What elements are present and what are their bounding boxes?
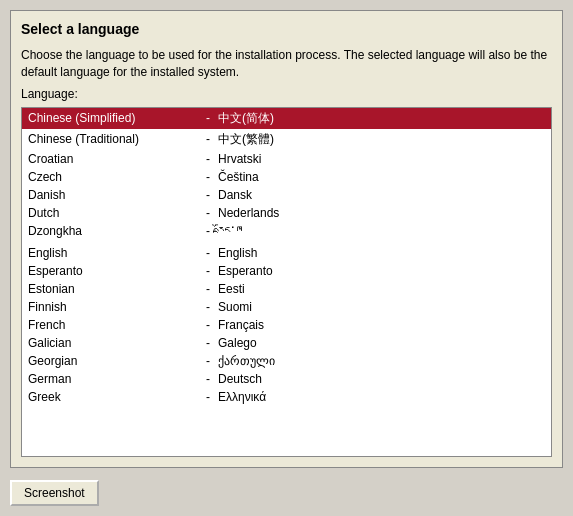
lang-name: Estonian [28, 282, 198, 296]
lang-name: Esperanto [28, 264, 198, 278]
language-row[interactable]: Georgian-ქართული [22, 352, 551, 370]
language-row[interactable]: Estonian-Eesti [22, 280, 551, 298]
lang-native-name: Hrvatski [218, 152, 261, 166]
lang-separator: - [198, 282, 218, 296]
lang-native-name: རྫོང་ཁ [218, 224, 242, 238]
language-row[interactable]: Croatian-Hrvatski [22, 150, 551, 168]
language-row[interactable]: Czech-Čeština [22, 168, 551, 186]
lang-separator: - [198, 246, 218, 260]
lang-separator: - [198, 354, 218, 368]
lang-separator: - [198, 111, 218, 125]
language-row[interactable]: Galician-Galego [22, 334, 551, 352]
lang-native-name: Nederlands [218, 206, 279, 220]
lang-separator: - [198, 170, 218, 184]
lang-native-name: Dansk [218, 188, 252, 202]
screenshot-button[interactable]: Screenshot [10, 480, 99, 506]
language-dialog: Select a language Choose the language to… [10, 10, 563, 468]
lang-native-name: Deutsch [218, 372, 262, 386]
lang-separator: - [198, 224, 218, 238]
language-row[interactable]: French-Français [22, 316, 551, 334]
language-list-container: Chinese (Simplified)-中文(简体)Chinese (Trad… [21, 107, 552, 457]
lang-name: Chinese (Simplified) [28, 111, 198, 125]
lang-separator: - [198, 152, 218, 166]
lang-name: Greek [28, 390, 198, 404]
lang-native-name: Eesti [218, 282, 245, 296]
lang-separator: - [198, 188, 218, 202]
lang-separator: - [198, 372, 218, 386]
lang-native-name: Ελληνικά [218, 390, 266, 404]
language-row[interactable]: Finnish-Suomi [22, 298, 551, 316]
lang-native-name: ქართული [218, 354, 275, 368]
lang-separator: - [198, 390, 218, 404]
lang-native-name: 中文(简体) [218, 110, 274, 127]
lang-name: Chinese (Traditional) [28, 132, 198, 146]
lang-name: Dzongkha [28, 224, 198, 238]
dialog-description: Choose the language to be used for the i… [21, 47, 552, 81]
language-list[interactable]: Chinese (Simplified)-中文(简体)Chinese (Trad… [22, 108, 551, 456]
language-row[interactable]: Greek-Ελληνικά [22, 388, 551, 406]
lang-separator: - [198, 264, 218, 278]
bottom-bar: Screenshot [10, 476, 563, 506]
lang-native-name: English [218, 246, 257, 260]
lang-native-name: Esperanto [218, 264, 273, 278]
lang-separator: - [198, 132, 218, 146]
language-row[interactable]: Dzongkha-རྫོང་ཁ [22, 222, 551, 240]
lang-name: Czech [28, 170, 198, 184]
lang-name: English [28, 246, 198, 260]
lang-separator: - [198, 336, 218, 350]
lang-name: German [28, 372, 198, 386]
language-label: Language: [21, 87, 552, 101]
lang-name: Galician [28, 336, 198, 350]
lang-native-name: Suomi [218, 300, 252, 314]
language-row[interactable]: Esperanto-Esperanto [22, 262, 551, 280]
language-row[interactable]: Chinese (Traditional)-中文(繁體) [22, 129, 551, 150]
language-row[interactable]: German-Deutsch [22, 370, 551, 388]
language-row[interactable]: Chinese (Simplified)-中文(简体) [22, 108, 551, 129]
lang-native-name: Galego [218, 336, 257, 350]
lang-name: Danish [28, 188, 198, 202]
language-row[interactable]: English-English [22, 244, 551, 262]
lang-name: Finnish [28, 300, 198, 314]
lang-name: Croatian [28, 152, 198, 166]
lang-separator: - [198, 300, 218, 314]
lang-native-name: Français [218, 318, 264, 332]
lang-name: Georgian [28, 354, 198, 368]
dialog-title: Select a language [21, 21, 552, 37]
language-row[interactable]: Dutch-Nederlands [22, 204, 551, 222]
lang-name: French [28, 318, 198, 332]
lang-separator: - [198, 206, 218, 220]
lang-name: Dutch [28, 206, 198, 220]
language-row[interactable]: Danish-Dansk [22, 186, 551, 204]
lang-native-name: 中文(繁體) [218, 131, 274, 148]
lang-separator: - [198, 318, 218, 332]
lang-native-name: Čeština [218, 170, 259, 184]
